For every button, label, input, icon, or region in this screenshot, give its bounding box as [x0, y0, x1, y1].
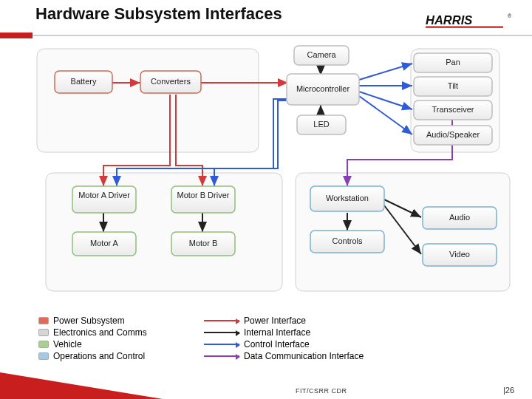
node-motor-a-driver: Motor A Driver [72, 186, 136, 213]
svg-line-9 [359, 96, 412, 134]
swatch-vehicle [38, 341, 49, 348]
block-diagram: Battery Converters Camera Microcontrolle… [0, 41, 532, 315]
legend-label: Vehicle [53, 338, 82, 350]
line-internal [204, 332, 239, 333]
legend-label: Electronics and Comms [53, 327, 147, 338]
svg-text:Audio/Speaker: Audio/Speaker [426, 130, 480, 139]
svg-text:LED: LED [313, 120, 329, 129]
node-microcontroller: Microcontroller [287, 74, 359, 105]
svg-text:Microcontroller: Microcontroller [296, 84, 349, 93]
legend-label: Power Subsystem [53, 315, 125, 327]
node-transceiver: Transceiver [414, 100, 492, 120]
svg-text:Motor A: Motor A [90, 239, 119, 248]
logo-text: HARRIS [426, 13, 472, 27]
node-pan: Pan [414, 53, 492, 72]
line-data [204, 355, 239, 357]
node-audio: Audio [423, 207, 497, 229]
swatch-electronics [38, 329, 49, 336]
svg-text:Audio: Audio [449, 213, 470, 222]
legend-label: Internal Interface [244, 327, 310, 338]
legend-label: Data Communication Interface [244, 350, 364, 362]
legend-label: Power Interface [244, 315, 306, 327]
footer-copy: FIT/CSRR CDR [296, 387, 347, 395]
legend-label: Control Interface [244, 338, 310, 350]
swatch-power [38, 317, 49, 324]
header: Hardware Subsystem Interfaces HARRIS ® [0, 0, 532, 40]
line-control [204, 344, 239, 345]
legend-subsystems: Power Subsystem Electronics and Comms Ve… [38, 315, 147, 362]
node-audio-speaker: Audio/Speaker [414, 126, 492, 145]
svg-text:Camera: Camera [307, 50, 336, 59]
node-motor-b-driver: Motor B Driver [171, 186, 235, 213]
node-camera: Camera [294, 46, 349, 65]
svg-text:Workstation: Workstation [326, 194, 369, 202]
svg-text:Transceiver: Transceiver [432, 105, 474, 114]
svg-text:®: ® [508, 13, 511, 18]
svg-text:Tilt: Tilt [448, 81, 458, 90]
svg-text:Battery: Battery [71, 77, 97, 86]
node-tilt: Tilt [414, 77, 492, 96]
harris-logo: HARRIS ® [426, 10, 514, 34]
node-led: LED [297, 115, 346, 134]
node-converters: Converters [140, 71, 201, 93]
heading-rule [0, 33, 532, 38]
svg-text:Controls: Controls [332, 236, 363, 245]
node-video: Video [423, 244, 497, 266]
node-motor-b: Motor B [171, 232, 235, 256]
node-battery: Battery [55, 71, 112, 93]
node-motor-a: Motor A [72, 232, 136, 256]
node-workstation: Workstation [310, 186, 384, 211]
swatch-ops [38, 352, 49, 360]
svg-text:Motor B Driver: Motor B Driver [177, 191, 230, 200]
legend-label: Operations and Control [53, 350, 145, 362]
svg-line-6 [359, 64, 412, 80]
svg-rect-1 [426, 27, 503, 28]
legend-interfaces: Power Interface Internal Interface Contr… [204, 315, 364, 362]
page-number: |26 [503, 386, 514, 395]
svg-text:Motor B: Motor B [189, 239, 218, 248]
svg-text:Pan: Pan [446, 58, 460, 66]
group-power-electronics [37, 49, 259, 152]
svg-line-8 [359, 92, 412, 109]
footer: FIT/CSRR CDR |26 [0, 377, 532, 399]
footer-triangle-icon [0, 372, 163, 399]
svg-text:Video: Video [449, 250, 470, 259]
node-controls: Controls [310, 231, 384, 253]
svg-text:Converters: Converters [151, 77, 191, 86]
line-power [204, 320, 239, 321]
svg-text:Motor A Driver: Motor A Driver [78, 191, 130, 200]
